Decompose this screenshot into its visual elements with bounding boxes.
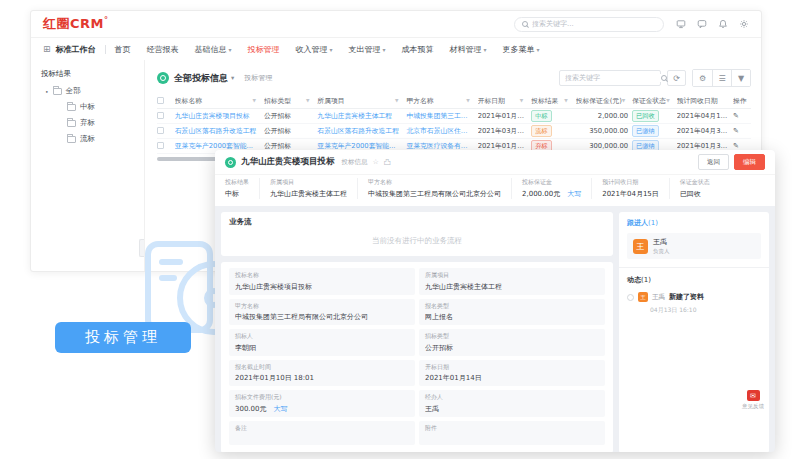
back-button[interactable]: 返回 xyxy=(698,154,729,170)
menu-item-basic-info[interactable]: 基础信息▾ xyxy=(195,44,232,55)
field-value-link[interactable]: 中城投集团第三工程局有限公司北京分公司 xyxy=(368,189,501,199)
global-search[interactable] xyxy=(514,17,664,32)
filter-icon[interactable]: ▼ xyxy=(520,98,528,103)
filter-icon[interactable]: ▼ xyxy=(564,98,572,103)
menu-item-more[interactable]: 更多菜单▾ xyxy=(503,44,540,55)
filter-icon[interactable]: ▼ xyxy=(466,98,474,103)
monitor-icon[interactable] xyxy=(676,19,686,29)
list-search[interactable] xyxy=(559,70,661,86)
follower-role: 负责人 xyxy=(653,248,670,255)
filter-icon[interactable]: ▼ xyxy=(306,98,314,103)
columns-icon: ☰ xyxy=(718,74,725,83)
table-row[interactable]: 九华山庄贵宾楼项目投标 公开招标 九华山庄贵宾楼主体工程 中城投集团第三工程局有… xyxy=(157,109,751,124)
filter-icon[interactable]: ▼ xyxy=(395,98,403,103)
filter-button[interactable]: ▼ xyxy=(731,70,750,86)
uppercase-link[interactable]: 大写 xyxy=(567,190,581,198)
menu-item-cost-budget[interactable]: 成本预算 xyxy=(402,44,434,55)
column-header-open-date[interactable]: 开标日期▼ xyxy=(478,96,531,106)
project-link[interactable]: 九华山庄贵宾楼主体工程 xyxy=(317,111,406,121)
table-row[interactable]: 石景山区落石路升改造工程 公开招标 石景山区落石路升改造工程 北京市石景山区住房… xyxy=(157,124,751,139)
tree-node-label: 流标 xyxy=(80,134,95,144)
column-label: 投标名称 xyxy=(175,96,202,106)
bid-name-link[interactable]: 九华山庄贵宾楼项目投标 xyxy=(175,111,264,121)
field-handler: 经办人 王禹 xyxy=(419,390,605,417)
follower-item[interactable]: 王 王禹 负责人 xyxy=(627,233,761,259)
menu-item-bid-management[interactable]: 投标管理 xyxy=(248,44,280,55)
chevron-down-icon[interactable]: ▾ xyxy=(231,74,234,82)
activity-count: (1) xyxy=(641,276,651,284)
party-link[interactable]: 北京市石景山区住房和城... xyxy=(406,126,477,136)
star-icon[interactable]: ☆ xyxy=(373,158,379,166)
select-all-checkbox[interactable] xyxy=(157,97,175,104)
menu-item-home[interactable]: 首页 xyxy=(115,44,131,55)
menu-item-reports[interactable]: 经营报表 xyxy=(147,44,179,55)
brand-logo[interactable]: 红圈CRM° xyxy=(43,15,109,33)
menu-item-materials[interactable]: 材料管理▾ xyxy=(450,44,487,55)
list-title[interactable]: 全部投标信息 xyxy=(174,72,228,85)
row-checkbox[interactable] xyxy=(157,112,175,121)
field-label: 附件 xyxy=(425,424,599,433)
filter-icon[interactable]: ▼ xyxy=(622,98,630,103)
row-edit-button[interactable]: ✎ xyxy=(733,142,751,150)
column-header-deposit-status[interactable]: 保证金状态▼ xyxy=(632,96,677,106)
edit-button[interactable]: 编辑 xyxy=(734,154,765,170)
column-header-project[interactable]: 所属项目▼ xyxy=(317,96,406,106)
tree-node-all[interactable]: • 全部 xyxy=(41,86,144,96)
field-value-link[interactable]: 中城投集团第三工程局有限公司北京分公司 xyxy=(235,312,409,322)
row-edit-button[interactable]: ✎ xyxy=(733,112,751,120)
share-icon[interactable]: 凸 xyxy=(384,157,391,167)
apps-grid-icon[interactable]: ⊞ xyxy=(43,44,51,54)
field-value-link[interactable]: 王禹 xyxy=(425,404,599,414)
gear-icon[interactable] xyxy=(739,19,749,29)
column-label: 保证金状态 xyxy=(632,96,666,106)
followers-title[interactable]: 跟进人(1) xyxy=(627,218,761,228)
feedback-widget[interactable]: ✉ 意见反馈 xyxy=(742,390,764,410)
global-search-input[interactable] xyxy=(532,20,642,28)
bell-icon[interactable] xyxy=(718,19,728,29)
tree-node-won[interactable]: 中标 xyxy=(41,102,144,112)
column-header-deposit[interactable]: 投标保证金(元)▼ xyxy=(576,96,632,106)
field-label: 保证金状态 xyxy=(680,178,710,187)
tree-node-label: 中标 xyxy=(80,102,95,112)
tree-node-failed[interactable]: 流标 xyxy=(41,134,144,144)
detail-actions: 返回 编辑 xyxy=(698,154,765,170)
menu-item-label: 材料管理 xyxy=(450,44,482,55)
activity-item[interactable]: 王 王禹 新建了资料 xyxy=(627,292,761,302)
menu-item-expense[interactable]: 支出管理▾ xyxy=(349,44,386,55)
filter-icon[interactable]: ▼ xyxy=(666,98,674,103)
message-icon[interactable] xyxy=(697,19,707,29)
filter-icon: ▼ xyxy=(738,74,744,83)
field-value: 2021年01月14日 xyxy=(425,373,599,383)
column-header-bid-name[interactable]: 投标名称▼ xyxy=(175,96,264,106)
basic-fields-grid: 投标名称 九华山庄贵宾楼项目投标 所属项目 九华山庄贵宾楼主体工程 甲方名称 中… xyxy=(229,268,605,445)
column-header-result[interactable]: 投标结果▼ xyxy=(531,96,576,106)
settings-button[interactable]: ⚙ xyxy=(693,70,712,86)
table-header: 投标名称▼ 招标类型▼ 所属项目▼ 甲方名称▼ 开标日期▼ 投标结果▼ 投标保证… xyxy=(157,93,751,109)
field-value-link[interactable]: 九华山庄贵宾楼主体工程 xyxy=(425,282,599,292)
project-link[interactable]: 石景山区落石路升改造工程 xyxy=(317,126,406,136)
row-edit-button[interactable]: ✎ xyxy=(733,127,751,135)
field-value: 九华山庄贵宾楼项目投标 xyxy=(235,282,409,292)
result-cell: 中标 xyxy=(531,110,576,121)
columns-button[interactable]: ☰ xyxy=(712,70,731,86)
filter-icon[interactable]: ▼ xyxy=(252,98,260,103)
divider xyxy=(619,267,769,268)
field-label: 开标日期 xyxy=(425,363,599,372)
column-label: 开标日期 xyxy=(478,96,505,106)
row-checkbox[interactable] xyxy=(157,127,175,136)
column-header-tender-type[interactable]: 招标类型▼ xyxy=(264,96,317,106)
menu-item-income[interactable]: 收入管理▾ xyxy=(296,44,333,55)
tree-node-abandoned[interactable]: 弃标 xyxy=(41,118,144,128)
row-checkbox[interactable] xyxy=(157,142,175,151)
tree-bullet-icon: • xyxy=(45,88,49,95)
uppercase-link[interactable]: 大写 xyxy=(274,405,288,413)
field-value-link[interactable]: 九华山庄贵宾楼主体工程 xyxy=(270,189,347,199)
column-header-recover-date[interactable]: 预计回收日期 xyxy=(677,96,733,106)
list-search-input[interactable] xyxy=(565,74,661,82)
folder-icon xyxy=(67,120,76,127)
bid-name-link[interactable]: 石景山区落石路升改造工程 xyxy=(175,126,264,136)
workbench-label[interactable]: 标准工作台 xyxy=(56,44,96,55)
column-header-party[interactable]: 甲方名称▼ xyxy=(406,96,477,106)
refresh-button[interactable]: ⟳ xyxy=(667,70,686,86)
party-link[interactable]: 中城投集团第三工程局有... xyxy=(406,111,477,121)
